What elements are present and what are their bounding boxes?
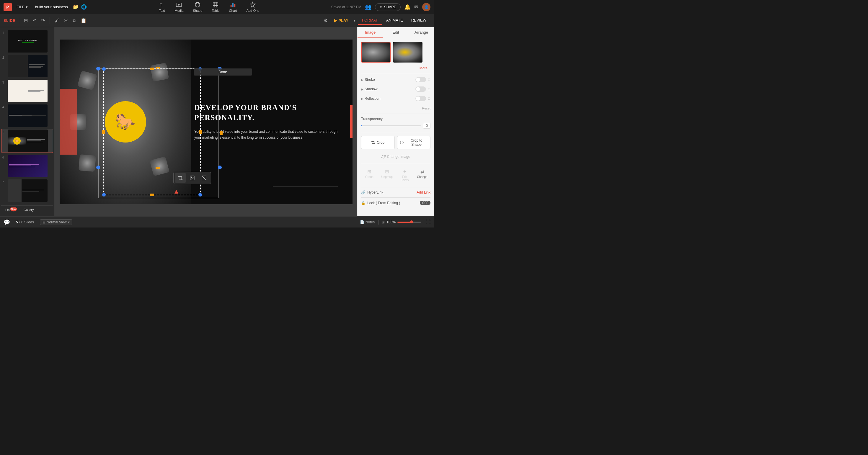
play-dropdown-icon[interactable]: ▾ (352, 18, 356, 24)
ungroup-button[interactable]: ⊟ Ungroup (379, 167, 395, 184)
change-image-button[interactable]: Change Image (361, 153, 430, 161)
style-thumb-2[interactable] (393, 42, 423, 63)
float-replace-button[interactable] (198, 173, 210, 183)
tab-animate[interactable]: ANIMATE (382, 16, 407, 25)
crop-button[interactable]: Crop (361, 136, 395, 149)
stroke-expand-icon[interactable]: ▶ (361, 78, 364, 82)
tab-format[interactable]: FORMAT (358, 16, 382, 25)
tab-review[interactable]: REVIEW (407, 16, 430, 25)
tool-text[interactable]: T Text (159, 1, 165, 12)
tool-shape[interactable]: Shape (193, 1, 202, 12)
svg-rect-9 (230, 5, 232, 7)
change-image-label: Change Image (387, 155, 410, 159)
format-painter-icon[interactable]: 🖌 (54, 17, 61, 25)
slide-thumb-7[interactable]: 7 (1, 179, 53, 202)
reflection-expand-icon[interactable]: ▶ (361, 97, 364, 100)
mail-icon[interactable]: ✉ (414, 4, 418, 10)
library-button[interactable]: Library New (1, 206, 20, 214)
bottom-left: 💬 5 / 8 Slides ⊞ Normal View ▾ (4, 219, 72, 225)
change-button[interactable]: ⇄ Change (414, 167, 430, 184)
svg-point-16 (400, 141, 403, 144)
tab-edit[interactable]: Edit (383, 27, 408, 38)
separator2 (50, 17, 50, 24)
tool-center: T Text Media Shape Table Chart Add-Ons (87, 1, 331, 12)
notification-icon[interactable]: 🔔 (404, 4, 411, 10)
saved-text: Saved at 11:07 PM (331, 5, 361, 9)
chat-icon[interactable]: 💬 (4, 219, 10, 225)
ungroup-icon: ⊟ (385, 169, 389, 174)
slide-thumb-5[interactable]: 5 🐎 (1, 129, 53, 153)
gallery-label: Gallery (24, 208, 34, 212)
tool-addons[interactable]: Add-Ons (246, 1, 259, 12)
edit-points-button[interactable]: ✦ Edit Points (397, 167, 413, 184)
hyperlink-row: 🔗 HyperLink Add Link (361, 190, 430, 194)
file-menu-button[interactable]: FILE ▾ (14, 4, 30, 10)
fullscreen-button[interactable]: ⛶ (426, 220, 430, 225)
change-label: Change (417, 175, 428, 178)
stroke-toggle: ☐ (415, 77, 430, 82)
crop-to-shape-button[interactable]: Crop to Shape (397, 136, 431, 149)
right-content: More... ▶ Stroke ☐ (358, 38, 434, 216)
gallery-button[interactable]: Gallery (20, 206, 38, 214)
play-triangle-icon: ▶ (334, 18, 337, 23)
tab-image[interactable]: Image (358, 27, 383, 38)
more-styles-link[interactable]: More... (361, 66, 430, 70)
view-icon: ⊞ (42, 220, 45, 224)
user-avatar[interactable]: 👤 (422, 3, 430, 11)
add-link-button[interactable]: Add Link (416, 190, 430, 194)
tool-chart[interactable]: Chart (229, 1, 237, 12)
edit-points-icon: ✦ (403, 169, 407, 174)
divider-5 (361, 187, 430, 187)
stroke-toggle-switch[interactable] (415, 77, 426, 82)
undo-icon[interactable]: ↶ (31, 17, 37, 25)
view-toggle-icon[interactable]: ⊞ (23, 17, 29, 25)
folder-icon[interactable]: 📁 (73, 4, 79, 10)
gear-icon[interactable]: ⚙ (323, 18, 328, 23)
float-image-button[interactable] (187, 173, 198, 183)
shadow-checkbox[interactable]: ☐ (428, 88, 430, 91)
lock-toggle[interactable]: OFF (420, 201, 430, 205)
float-toolbar (173, 172, 211, 184)
tool-table-label: Table (212, 9, 219, 12)
slide-canvas[interactable]: 🐎 DEVELOP YOUR BRAND'S PERSONALITY. Your… (60, 39, 352, 204)
reflection-checkbox[interactable]: ☐ (428, 97, 430, 100)
reflection-toggle-switch[interactable] (415, 96, 426, 101)
style-thumb-1[interactable] (361, 42, 391, 63)
stroke-checkbox[interactable]: ☐ (428, 78, 430, 82)
notes-button[interactable]: 📄 Notes (360, 220, 375, 224)
slide-thumb-4[interactable]: 4 (1, 104, 53, 127)
tool-table[interactable]: Table (212, 1, 219, 12)
total-slides: 8 Slides (21, 220, 34, 224)
slide-thumb-3[interactable]: 3 (1, 79, 53, 103)
share-icon: ⇧ (379, 5, 382, 9)
paste-icon[interactable]: 📋 (80, 17, 88, 25)
slide-thumb-1[interactable]: 1 BUILD YOUR BUSINESS (1, 30, 53, 53)
copy-icon[interactable]: ⧉ (71, 17, 77, 25)
people-icon[interactable]: 👥 (365, 4, 371, 10)
slide-thumb-6[interactable]: 6 (1, 154, 53, 177)
main-area: 1 BUILD YOUR BUSINESS 2 (0, 27, 434, 216)
transparency-slider[interactable] (361, 125, 421, 126)
view-mode-button[interactable]: ⊞ Normal View ▾ (40, 219, 72, 225)
shadow-expand-icon[interactable]: ▶ (361, 88, 364, 91)
new-badge: New (10, 207, 17, 211)
cut-icon[interactable]: ✂ (63, 17, 69, 25)
reset-button[interactable]: Reset (422, 106, 430, 110)
ferrari-logo: 🐎 (105, 101, 146, 142)
tab-arrange[interactable]: Arrange (409, 27, 434, 38)
float-crop-button[interactable] (175, 173, 186, 183)
shadow-toggle-switch[interactable] (415, 87, 426, 92)
document-title[interactable]: build your business (35, 5, 68, 9)
slide-image[interactable]: 🐎 (60, 39, 191, 204)
zoom-slider[interactable] (397, 222, 421, 223)
slide-thumb-2[interactable]: 2 (1, 54, 53, 78)
notes-label: Notes (366, 220, 375, 224)
share-button[interactable]: ⇧ SHARE (375, 3, 401, 11)
group-button[interactable]: ⊞ Group (361, 167, 378, 184)
divider-6 (361, 197, 430, 198)
tool-media[interactable]: Media (175, 1, 183, 12)
zoom-thumb[interactable] (410, 220, 413, 223)
play-button[interactable]: ▶ PLAY (331, 17, 351, 25)
redo-icon[interactable]: ↷ (40, 17, 46, 25)
globe-icon[interactable]: 🌐 (81, 4, 87, 10)
